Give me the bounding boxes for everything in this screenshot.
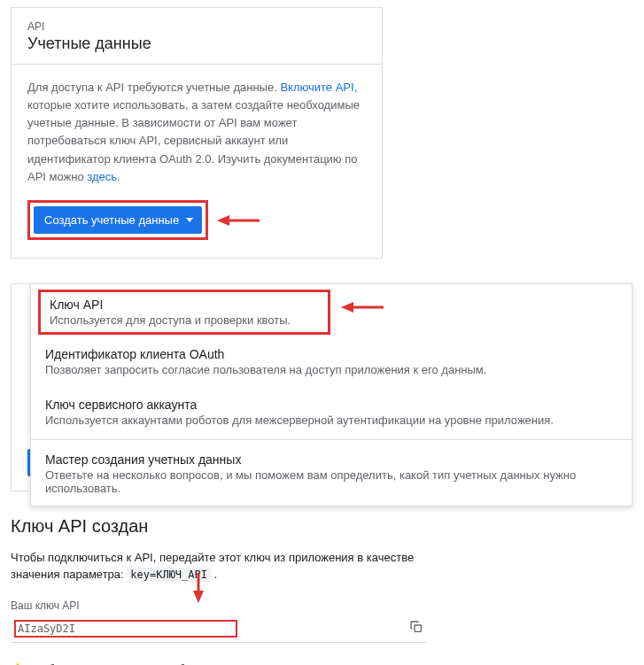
key-text: AIzaSyD2I	[18, 622, 75, 635]
dd-desc: Используется для доступа и проверки квот…	[50, 313, 319, 327]
text-suffix: .	[211, 568, 217, 581]
dropdown-context: Создать учетные данные Ключ API Использу…	[0, 283, 644, 491]
warning-text: Добавьте ограничения, чтобы предотвратит…	[34, 661, 507, 665]
dd-title: Идентификатор клиента OAuth	[45, 347, 617, 361]
svg-marker-5	[193, 591, 204, 603]
api-key-result: Ключ API создан Чтобы подключиться к API…	[11, 516, 633, 643]
dd-desc: Позволяет запросить согласие пользовател…	[45, 363, 617, 376]
docs-link[interactable]: здесь	[87, 170, 117, 183]
copy-icon[interactable]	[406, 618, 427, 638]
intro-text: Для доступа к API требуются учетные данн…	[27, 79, 366, 186]
arrow-down-annotation	[191, 573, 206, 606]
warning: Добавьте ограничения, чтобы предотвратит…	[11, 661, 507, 665]
credentials-card: API Учетные данные Для доступа к API тре…	[11, 7, 383, 259]
dropdown-item-api-key[interactable]: Ключ API Используется для доступа и пров…	[38, 290, 330, 335]
key-highlight-annotation: AIzaSyD2I	[14, 620, 237, 638]
card-body: Для доступа к API требуются учетные данн…	[12, 65, 382, 258]
dd-desc: Ответьте на несколько вопросов, и мы пом…	[45, 468, 617, 495]
api-key-value[interactable]: AIzaSyD2I	[11, 618, 406, 639]
intro-suffix: .	[117, 170, 120, 183]
dd-title: Ключ API	[50, 298, 319, 312]
arrow-right-annotation	[341, 300, 384, 315]
enable-api-link[interactable]: Включите API	[280, 81, 353, 94]
key-wrapper: Ваш ключ API AIzaSyD2I	[11, 599, 427, 643]
chevron-down-icon	[186, 218, 193, 222]
result-title: Ключ API создан	[11, 516, 633, 537]
dd-desc: Используется аккаунтами роботов для межс…	[45, 414, 617, 427]
result-text: Чтобы подключиться к API, передайте этот…	[11, 549, 418, 584]
field-label: Ваш ключ API	[11, 599, 427, 612]
card-overline: API	[27, 20, 366, 33]
dropdown-item-wizard[interactable]: Мастер создания учетных данных Ответьте …	[31, 442, 632, 506]
svg-rect-6	[415, 625, 421, 631]
intro-prefix: Для доступа к API требуются учетные данн…	[27, 81, 280, 94]
create-credentials-button[interactable]: Создать учетные данные	[34, 206, 202, 234]
dropdown-item-service-account[interactable]: Ключ сервисного аккаунта Используется ак…	[31, 387, 632, 437]
credentials-dropdown: Ключ API Используется для доступа и пров…	[30, 283, 632, 506]
key-row: AIzaSyD2I	[11, 615, 427, 643]
highlight-annotation: Создать учетные данные	[27, 200, 208, 240]
dd-title: Мастер создания учетных данных	[45, 452, 617, 467]
warning-icon	[11, 661, 25, 665]
card-header: API Учетные данные	[12, 8, 382, 65]
button-label: Создать учетные данные	[44, 213, 179, 227]
card-title: Учетные данные	[27, 35, 366, 53]
arrow-right-annotation	[217, 213, 260, 228]
svg-marker-1	[217, 215, 229, 226]
divider	[31, 439, 632, 440]
intro-mid: , которые хотите использовать, а затем с…	[27, 81, 360, 183]
dropdown-item-oauth[interactable]: Идентификатор клиента OAuth Позволяет за…	[31, 336, 632, 387]
dd-title: Ключ сервисного аккаунта	[45, 398, 617, 412]
svg-marker-3	[341, 302, 353, 313]
